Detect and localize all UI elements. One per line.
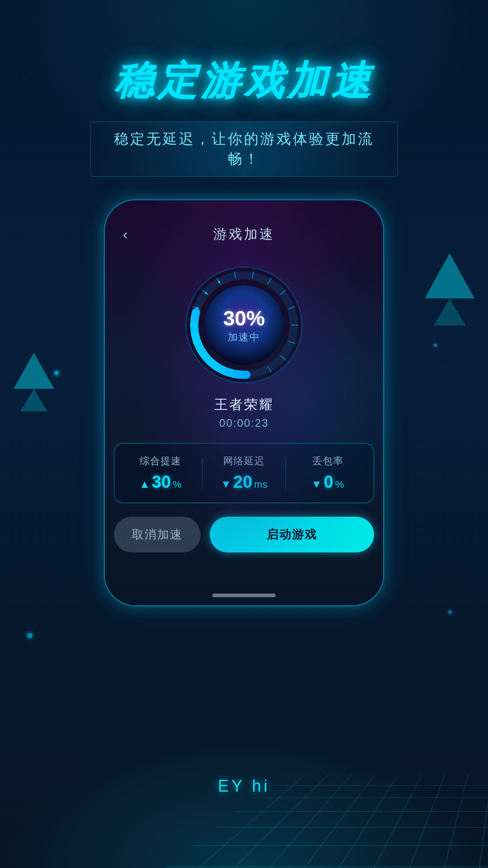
glow-dot-3 [27,633,33,638]
subtitle-bar: 稳定无延迟，让你的游戏体验更加流畅！ [90,122,398,177]
bottom-section: EY hi [0,777,488,796]
phone-frame: ‹ 游戏加速 [104,199,384,606]
phone-header: ‹ 游戏加速 [105,200,383,253]
feature-text: EY hi [0,777,488,796]
glow-dot-4 [448,610,452,614]
speed-status-label: 加速中 [223,330,265,344]
phone-screen: ‹ 游戏加速 [105,200,383,605]
phone-wrapper: ‹ 游戏加速 [104,199,384,606]
speed-percentage: 30% [223,306,265,330]
bg-glow-bottom [0,732,488,868]
main-title: 稳定游戏加速 [0,54,488,108]
speedometer-container: 30% 加速中 王者荣耀 00:00:23 [105,262,383,429]
phone-home-indicator [212,594,276,597]
speed-center: 30% 加速中 [223,306,265,344]
phone-screen-title: 游戏加速 [213,225,275,244]
subtitle-text: 稳定无延迟，让你的游戏体验更加流畅！ [104,129,384,169]
header-section: 稳定游戏加速 稳定无延迟，让你的游戏体验更加流畅！ [0,0,488,177]
glow-dot-1 [54,371,59,375]
right-arrow-decoration [425,253,474,298]
game-name: 王者荣耀 [214,396,274,414]
grid-lines-bg [0,741,488,868]
glow-dot-2 [434,344,437,347]
left-arrow-decoration [14,353,54,389]
svg-point-22 [193,324,196,326]
speedometer: 30% 加速中 [181,262,307,388]
back-button[interactable]: ‹ [123,226,128,243]
game-timer: 00:00:23 [219,417,268,429]
